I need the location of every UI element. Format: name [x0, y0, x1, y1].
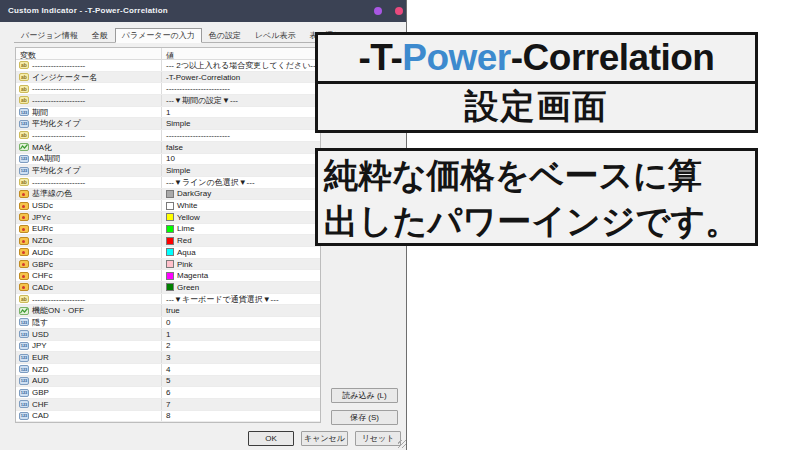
param-value-text: ---▼キーボードで通貨選択▼--- [166, 294, 279, 305]
param-value[interactable]: Pink [162, 259, 320, 270]
param-name-cell: CHFc [16, 270, 162, 281]
table-row[interactable]: abインジケーター名-T-Power-Correlation [16, 72, 320, 84]
param-name-cell: USDc [16, 200, 162, 211]
param-value-text: Pink [177, 260, 193, 269]
table-row[interactable]: JPYcYellow [16, 212, 320, 224]
param-value[interactable]: ---▼ラインの色選択▼--- [162, 177, 320, 188]
param-value[interactable]: Simple [162, 165, 320, 176]
param-value[interactable]: Lime [162, 224, 320, 235]
param-name: CHFc [32, 271, 52, 280]
param-name: 機能ON・OFF [32, 305, 84, 316]
integer-param-icon: 123 [19, 412, 29, 420]
param-name: 隠す [32, 317, 48, 328]
integer-param-icon: 123 [19, 155, 29, 163]
ok-button[interactable]: OK [248, 431, 294, 446]
param-value[interactable]: ---▼キーボードで通貨選択▼--- [162, 294, 320, 305]
table-row[interactable]: 123AUD5 [16, 376, 320, 388]
param-value[interactable]: Red [162, 235, 320, 246]
tab-colors[interactable]: 色の設定 [202, 28, 248, 42]
table-row[interactable]: ab--------------------------------------… [16, 83, 320, 95]
param-value-text: --- 2つ以上入れる場合変更してください---- [166, 60, 320, 71]
table-row[interactable]: EURcLime [16, 224, 320, 236]
description-line-1: 純粋な価格をベースに算 [324, 152, 749, 198]
table-row[interactable]: 123CAD8 [16, 411, 320, 423]
integer-param-icon: 123 [19, 389, 29, 397]
table-row[interactable]: USDcWhite [16, 200, 320, 212]
table-row[interactable]: 123隠す0 [16, 317, 320, 329]
table-header-row: 変数 値 [16, 48, 320, 60]
param-value[interactable]: 10 [162, 154, 320, 165]
tab-levels[interactable]: レベル表示 [248, 28, 303, 42]
param-value[interactable]: ------------------------ [162, 130, 320, 141]
load-button[interactable]: 読み込み (L) [331, 388, 398, 403]
param-value[interactable]: Green [162, 282, 320, 293]
table-row[interactable]: CADcGreen [16, 282, 320, 294]
param-name: USD [32, 330, 49, 339]
param-value[interactable]: false [162, 142, 320, 153]
param-value[interactable]: White [162, 200, 320, 211]
param-value[interactable]: 3 [162, 352, 320, 363]
resize-grip[interactable] [398, 440, 406, 448]
param-value[interactable]: -T-Power-Correlation [162, 72, 320, 83]
table-row[interactable]: CHFcMagenta [16, 270, 320, 282]
table-row[interactable]: 123CHF7 [16, 399, 320, 411]
color-param-icon [19, 283, 29, 291]
table-row[interactable]: 123平均化タイプSimple [16, 118, 320, 130]
param-value[interactable]: 1 [162, 329, 320, 340]
table-row[interactable]: 機能ON・OFFtrue [16, 305, 320, 317]
color-param-icon [19, 213, 29, 221]
table-row[interactable]: 123期間1 [16, 107, 320, 119]
param-value-text: Lime [177, 224, 194, 233]
param-value[interactable]: 4 [162, 364, 320, 375]
param-value[interactable]: Yellow [162, 212, 320, 223]
dialog-titlebar[interactable]: Custom Indicator - -T-Power-Correlation [0, 0, 406, 22]
param-name: MA化 [32, 142, 52, 153]
param-value[interactable]: Magenta [162, 270, 320, 281]
table-row[interactable]: 123GBP6 [16, 387, 320, 399]
table-row[interactable]: ab--------------------------------------… [16, 130, 320, 142]
table-row[interactable]: 123平均化タイプSimple [16, 165, 320, 177]
param-value[interactable]: 7 [162, 399, 320, 410]
table-row[interactable]: AUDcAqua [16, 247, 320, 259]
param-name-cell: ab-------------------- [16, 177, 162, 188]
param-value[interactable]: Aqua [162, 247, 320, 258]
table-row[interactable]: 123USD1 [16, 329, 320, 341]
reset-button[interactable]: リセット [355, 431, 401, 446]
param-value-text: Green [177, 283, 199, 292]
param-value[interactable]: Simple [162, 118, 320, 129]
param-value[interactable]: 0 [162, 317, 320, 328]
table-row[interactable]: 123EUR3 [16, 352, 320, 364]
table-row[interactable]: GBPcPink [16, 259, 320, 271]
table-row[interactable]: ab-----------------------▼ラインの色選択▼--- [16, 177, 320, 189]
param-value[interactable]: true [162, 305, 320, 316]
table-row[interactable]: ab----------------------- 2つ以上入れる場合変更してく… [16, 60, 320, 72]
tab-version-info[interactable]: バージョン情報 [14, 28, 85, 42]
table-row[interactable]: ab-----------------------▼キーボードで通貨選択▼--- [16, 294, 320, 306]
table-row[interactable]: 123NZD4 [16, 364, 320, 376]
save-button[interactable]: 保存 (S) [331, 410, 398, 425]
tab-common[interactable]: 全般 [85, 28, 115, 42]
param-value[interactable]: 5 [162, 376, 320, 387]
param-value[interactable]: --- 2つ以上入れる場合変更してください---- [162, 60, 320, 71]
table-row[interactable]: 123MA期間10 [16, 154, 320, 166]
param-value[interactable]: ---▼期間の設定▼--- [162, 95, 320, 106]
param-value-text: Magenta [177, 271, 208, 280]
cancel-button[interactable]: キャンセル [301, 431, 348, 446]
param-value[interactable]: DarkGray [162, 189, 320, 200]
table-row[interactable]: 基準線の色DarkGray [16, 189, 320, 201]
param-value-text: Red [177, 236, 192, 245]
param-name: CHF [32, 400, 48, 409]
table-row[interactable]: ab-----------------------▼期間の設定▼--- [16, 95, 320, 107]
table-row[interactable]: NZDcRed [16, 235, 320, 247]
window-dot-purple-icon[interactable] [374, 7, 382, 15]
param-value[interactable]: ------------------------ [162, 83, 320, 94]
table-row[interactable]: MA化false [16, 142, 320, 154]
tab-inputs[interactable]: パラメーターの入力 [115, 28, 202, 43]
param-value[interactable]: 2 [162, 341, 320, 352]
table-row[interactable]: 123JPY2 [16, 341, 320, 353]
window-dot-pink-icon[interactable] [395, 7, 403, 15]
param-value[interactable]: 6 [162, 387, 320, 398]
param-value[interactable]: 1 [162, 107, 320, 118]
param-value[interactable]: 8 [162, 411, 320, 422]
param-name-cell: 123CHF [16, 399, 162, 410]
